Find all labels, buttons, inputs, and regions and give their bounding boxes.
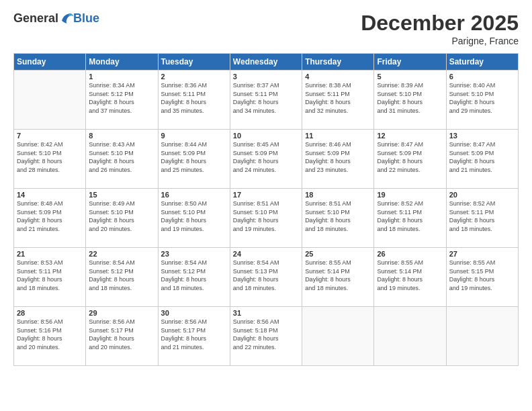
calendar-day-12: 12Sunrise: 8:47 AM Sunset: 5:09 PM Dayli… <box>374 130 446 189</box>
calendar-day-20: 20Sunrise: 8:52 AM Sunset: 5:11 PM Dayli… <box>446 189 518 248</box>
day-info: Sunrise: 8:37 AM Sunset: 5:11 PM Dayligh… <box>233 81 299 115</box>
calendar-day-21: 21Sunrise: 8:53 AM Sunset: 5:11 PM Dayli… <box>14 248 86 307</box>
weekday-header-wednesday: Wednesday <box>230 54 302 71</box>
weekday-header-tuesday: Tuesday <box>158 54 230 71</box>
day-info: Sunrise: 8:52 AM Sunset: 5:11 PM Dayligh… <box>377 199 443 233</box>
location: Parigne, France <box>361 36 519 46</box>
day-number: 30 <box>161 309 227 317</box>
day-info: Sunrise: 8:54 AM Sunset: 5:13 PM Dayligh… <box>233 259 299 292</box>
calendar-day-5: 5Sunrise: 8:39 AM Sunset: 5:10 PM Daylig… <box>374 71 446 130</box>
month-title: December 2025 <box>361 11 519 36</box>
day-info: Sunrise: 8:42 AM Sunset: 5:10 PM Dayligh… <box>17 140 83 174</box>
day-number: 26 <box>377 250 443 258</box>
header: General Blue December 2025 Parigne, Fran… <box>13 11 519 46</box>
day-info: Sunrise: 8:38 AM Sunset: 5:11 PM Dayligh… <box>305 81 371 115</box>
calendar-day-22: 22Sunrise: 8:54 AM Sunset: 5:12 PM Dayli… <box>86 248 158 307</box>
calendar-day-3: 3Sunrise: 8:37 AM Sunset: 5:11 PM Daylig… <box>230 71 302 130</box>
calendar-week-row: 21Sunrise: 8:53 AM Sunset: 5:11 PM Dayli… <box>14 248 519 307</box>
calendar-day-30: 30Sunrise: 8:56 AM Sunset: 5:17 PM Dayli… <box>158 307 230 366</box>
calendar-day-14: 14Sunrise: 8:48 AM Sunset: 5:09 PM Dayli… <box>14 189 86 248</box>
calendar-day-24: 24Sunrise: 8:54 AM Sunset: 5:13 PM Dayli… <box>230 248 302 307</box>
calendar-day-17: 17Sunrise: 8:51 AM Sunset: 5:10 PM Dayli… <box>230 189 302 248</box>
day-number: 31 <box>233 309 299 317</box>
calendar-day-11: 11Sunrise: 8:46 AM Sunset: 5:09 PM Dayli… <box>302 130 374 189</box>
day-number: 17 <box>233 191 299 199</box>
day-info: Sunrise: 8:52 AM Sunset: 5:11 PM Dayligh… <box>449 199 515 233</box>
calendar-day-9: 9Sunrise: 8:44 AM Sunset: 5:09 PM Daylig… <box>158 130 230 189</box>
day-number: 4 <box>305 73 371 81</box>
weekday-header-sunday: Sunday <box>14 54 86 71</box>
logo-general-text: General <box>13 11 58 26</box>
calendar-day-23: 23Sunrise: 8:54 AM Sunset: 5:12 PM Dayli… <box>158 248 230 307</box>
day-number: 21 <box>17 250 83 258</box>
calendar-week-row: 1Sunrise: 8:34 AM Sunset: 5:12 PM Daylig… <box>14 71 519 130</box>
day-number: 3 <box>233 73 299 81</box>
calendar-day-28: 28Sunrise: 8:56 AM Sunset: 5:16 PM Dayli… <box>14 307 86 366</box>
weekday-header-friday: Friday <box>374 54 446 71</box>
day-info: Sunrise: 8:54 AM Sunset: 5:12 PM Dayligh… <box>89 259 154 292</box>
day-number: 25 <box>305 250 371 258</box>
day-number: 9 <box>161 132 227 140</box>
day-number: 18 <box>305 191 371 199</box>
day-info: Sunrise: 8:55 AM Sunset: 5:14 PM Dayligh… <box>377 259 443 292</box>
day-info: Sunrise: 8:34 AM Sunset: 5:12 PM Dayligh… <box>89 81 154 115</box>
day-info: Sunrise: 8:43 AM Sunset: 5:10 PM Dayligh… <box>89 140 154 174</box>
calendar-day-1: 1Sunrise: 8:34 AM Sunset: 5:12 PM Daylig… <box>86 71 158 130</box>
day-info: Sunrise: 8:47 AM Sunset: 5:09 PM Dayligh… <box>377 140 443 174</box>
day-number: 6 <box>449 73 515 81</box>
day-number: 1 <box>89 73 154 81</box>
day-number: 19 <box>377 191 443 199</box>
calendar-week-row: 28Sunrise: 8:56 AM Sunset: 5:16 PM Dayli… <box>14 307 519 366</box>
calendar-day-16: 16Sunrise: 8:50 AM Sunset: 5:10 PM Dayli… <box>158 189 230 248</box>
weekday-header-saturday: Saturday <box>446 54 518 71</box>
calendar-day-19: 19Sunrise: 8:52 AM Sunset: 5:11 PM Dayli… <box>374 189 446 248</box>
day-info: Sunrise: 8:40 AM Sunset: 5:10 PM Dayligh… <box>449 81 515 115</box>
day-info: Sunrise: 8:55 AM Sunset: 5:15 PM Dayligh… <box>449 259 515 292</box>
day-number: 13 <box>449 132 515 140</box>
weekday-header-thursday: Thursday <box>302 54 374 71</box>
calendar-week-row: 7Sunrise: 8:42 AM Sunset: 5:10 PM Daylig… <box>14 130 519 189</box>
calendar-day-25: 25Sunrise: 8:55 AM Sunset: 5:14 PM Dayli… <box>302 248 374 307</box>
day-info: Sunrise: 8:51 AM Sunset: 5:10 PM Dayligh… <box>233 199 299 233</box>
logo-blue-text: Blue <box>73 11 99 26</box>
day-info: Sunrise: 8:36 AM Sunset: 5:11 PM Dayligh… <box>161 81 227 115</box>
day-number: 24 <box>233 250 299 258</box>
day-info: Sunrise: 8:56 AM Sunset: 5:17 PM Dayligh… <box>161 318 227 351</box>
weekday-header-row: SundayMondayTuesdayWednesdayThursdayFrid… <box>14 54 519 71</box>
calendar-day-6: 6Sunrise: 8:40 AM Sunset: 5:10 PM Daylig… <box>446 71 518 130</box>
day-number: 28 <box>17 309 83 317</box>
day-number: 8 <box>89 132 154 140</box>
calendar-table: SundayMondayTuesdayWednesdayThursdayFrid… <box>13 53 519 366</box>
day-info: Sunrise: 8:55 AM Sunset: 5:14 PM Dayligh… <box>305 259 371 292</box>
calendar-day-31: 31Sunrise: 8:56 AM Sunset: 5:18 PM Dayli… <box>230 307 302 366</box>
day-number: 2 <box>161 73 227 81</box>
day-number: 29 <box>89 309 154 317</box>
day-info: Sunrise: 8:46 AM Sunset: 5:09 PM Dayligh… <box>305 140 371 174</box>
day-info: Sunrise: 8:56 AM Sunset: 5:18 PM Dayligh… <box>233 318 299 351</box>
calendar-day-15: 15Sunrise: 8:49 AM Sunset: 5:10 PM Dayli… <box>86 189 158 248</box>
calendar-day-29: 29Sunrise: 8:56 AM Sunset: 5:17 PM Dayli… <box>86 307 158 366</box>
calendar-empty-cell <box>446 307 518 366</box>
calendar-day-7: 7Sunrise: 8:42 AM Sunset: 5:10 PM Daylig… <box>14 130 86 189</box>
calendar-day-2: 2Sunrise: 8:36 AM Sunset: 5:11 PM Daylig… <box>158 71 230 130</box>
day-info: Sunrise: 8:54 AM Sunset: 5:12 PM Dayligh… <box>161 259 227 292</box>
day-number: 14 <box>17 191 83 199</box>
day-number: 11 <box>305 132 371 140</box>
day-number: 5 <box>377 73 443 81</box>
day-number: 15 <box>89 191 154 199</box>
calendar-day-27: 27Sunrise: 8:55 AM Sunset: 5:15 PM Dayli… <box>446 248 518 307</box>
logo-text: General Blue <box>13 11 99 26</box>
day-info: Sunrise: 8:49 AM Sunset: 5:10 PM Dayligh… <box>89 199 154 233</box>
page: General Blue December 2025 Parigne, Fran… <box>0 0 532 411</box>
calendar-day-10: 10Sunrise: 8:45 AM Sunset: 5:09 PM Dayli… <box>230 130 302 189</box>
day-info: Sunrise: 8:53 AM Sunset: 5:11 PM Dayligh… <box>17 259 83 292</box>
day-info: Sunrise: 8:50 AM Sunset: 5:10 PM Dayligh… <box>161 199 227 233</box>
day-info: Sunrise: 8:45 AM Sunset: 5:09 PM Dayligh… <box>233 140 299 174</box>
day-info: Sunrise: 8:48 AM Sunset: 5:09 PM Dayligh… <box>17 199 83 233</box>
calendar-empty-cell <box>14 71 86 130</box>
day-number: 16 <box>161 191 227 199</box>
calendar-day-13: 13Sunrise: 8:47 AM Sunset: 5:09 PM Dayli… <box>446 130 518 189</box>
day-info: Sunrise: 8:51 AM Sunset: 5:10 PM Dayligh… <box>305 199 371 233</box>
calendar-day-18: 18Sunrise: 8:51 AM Sunset: 5:10 PM Dayli… <box>302 189 374 248</box>
calendar-week-row: 14Sunrise: 8:48 AM Sunset: 5:09 PM Dayli… <box>14 189 519 248</box>
